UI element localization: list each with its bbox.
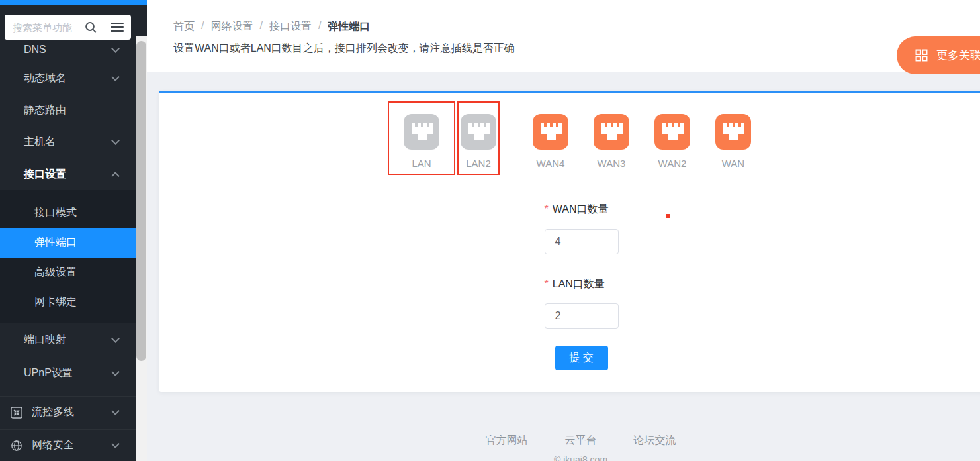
port-lan[interactable]: LAN bbox=[404, 114, 439, 170]
lan-count-label: * LAN口数量 bbox=[545, 278, 605, 291]
port-wan[interactable]: WAN bbox=[715, 101, 751, 170]
grid-icon bbox=[915, 49, 928, 62]
breadcrumb-home[interactable]: 首页 bbox=[173, 20, 195, 34]
wan-count-label: * WAN口数量 bbox=[545, 203, 609, 216]
submenu-item-nic-binding[interactable]: 网卡绑定 bbox=[0, 287, 136, 317]
sidebar-item-hostname[interactable]: 主机名 bbox=[0, 126, 136, 158]
ethernet-port-icon bbox=[654, 114, 690, 150]
chevron-down-icon bbox=[111, 136, 120, 145]
required-asterisk: * bbox=[545, 203, 549, 216]
port-wan4[interactable]: WAN4 bbox=[533, 101, 568, 170]
footer-link-official-site[interactable]: 官方网站 bbox=[486, 434, 528, 448]
footer-link-forum[interactable]: 论坛交流 bbox=[634, 434, 676, 448]
sidebar-item-port-mapping[interactable]: 端口映射 bbox=[0, 324, 136, 356]
submenu-item-interface-mode[interactable]: 接口模式 bbox=[0, 198, 136, 228]
footer-link-cloud-platform[interactable]: 云平台 bbox=[565, 434, 597, 448]
required-asterisk: * bbox=[545, 278, 549, 291]
more-related-label: 更多关联 bbox=[936, 48, 980, 63]
sidebar-item-static-route[interactable]: 静态路由 bbox=[0, 94, 136, 126]
wan-count-input[interactable] bbox=[545, 229, 619, 254]
interface-settings-submenu: 接口模式 弹性端口 高级设置 网卡绑定 bbox=[0, 190, 136, 323]
footer-links: 官方网站 云平台 论坛交流 bbox=[170, 434, 980, 448]
breadcrumb-interface-settings[interactable]: 接口设置 bbox=[269, 20, 312, 34]
submenu-item-advanced-settings[interactable]: 高级设置 bbox=[0, 258, 136, 287]
chevron-down-icon bbox=[111, 368, 120, 376]
chevron-down-icon bbox=[111, 334, 120, 343]
breadcrumb-current-page: 弹性端口 bbox=[328, 20, 370, 34]
sidebar-item-network-security[interactable]: 网络安全 bbox=[0, 429, 136, 461]
sidebar: DNS 动态域名 静态路由 主机名 接口设置 接口模式 弹性端口 高级设置 bbox=[0, 5, 147, 461]
port-count-form: * WAN口数量 * LAN口数量 提 交 bbox=[545, 175, 631, 370]
port-wan3[interactable]: WAN3 bbox=[594, 101, 629, 170]
search-icon bbox=[85, 21, 97, 34]
page-header: 首页 / 网络设置 / 接口设置 / 弹性端口 设置WAN口或者LAN口数目之后… bbox=[147, 0, 980, 72]
sidebar-item-dns[interactable]: DNS bbox=[0, 36, 136, 63]
ethernet-port-icon bbox=[404, 114, 439, 150]
port-highlight-box: LAN bbox=[388, 101, 455, 175]
sidebar-scrollbar-track bbox=[136, 36, 147, 461]
sidebar-top-accent-bar bbox=[0, 0, 147, 5]
chevron-down-icon bbox=[111, 407, 120, 415]
ethernet-port-icon bbox=[594, 114, 629, 150]
compress-icon bbox=[11, 407, 22, 419]
sidebar-item-upnp[interactable]: UPnP设置 bbox=[0, 357, 136, 389]
port-wan2[interactable]: WAN2 bbox=[654, 101, 690, 170]
breadcrumb-network-settings[interactable]: 网络设置 bbox=[210, 20, 253, 34]
flexible-ports-card: LAN LAN2 WAN4 WA bbox=[159, 91, 980, 392]
ports-row: LAN LAN2 WAN4 WA bbox=[159, 93, 980, 175]
ethernet-port-icon bbox=[533, 114, 568, 150]
chevron-down-icon bbox=[111, 73, 120, 81]
page-subtitle: 设置WAN口或者LAN口数目之后，接口排列会改变，请注意插线是否正确 bbox=[173, 42, 515, 56]
ethernet-port-icon bbox=[461, 114, 496, 150]
chevron-up-icon bbox=[111, 172, 120, 180]
sidebar-item-flow-control[interactable]: 流控多线 bbox=[0, 396, 136, 428]
chevron-down-icon bbox=[111, 44, 120, 53]
ethernet-port-icon bbox=[715, 114, 751, 150]
red-marker-dot bbox=[666, 214, 670, 218]
port-lan2[interactable]: LAN2 bbox=[461, 114, 496, 170]
chevron-down-icon bbox=[111, 440, 120, 448]
main-content: 首页 / 网络设置 / 接口设置 / 弹性端口 设置WAN口或者LAN口数目之后… bbox=[147, 0, 980, 461]
submenu-item-flexible-ports[interactable]: 弹性端口 bbox=[0, 228, 136, 258]
more-related-button[interactable]: 更多关联 bbox=[897, 36, 980, 74]
port-highlight-box: LAN2 bbox=[457, 101, 500, 175]
breadcrumb: 首页 / 网络设置 / 接口设置 / 弹性端口 bbox=[173, 20, 370, 34]
copyright-text: © ikuai8.com bbox=[170, 454, 980, 461]
globe-icon bbox=[11, 440, 22, 452]
sidebar-scrollbar-thumb[interactable] bbox=[136, 41, 146, 361]
sidebar-item-ddns[interactable]: 动态域名 bbox=[0, 62, 136, 94]
router-admin-screen: DNS 动态域名 静态路由 主机名 接口设置 接口模式 弹性端口 高级设置 bbox=[0, 0, 980, 461]
sidebar-item-interface-settings[interactable]: 接口设置 bbox=[0, 158, 136, 190]
submit-button[interactable]: 提 交 bbox=[555, 346, 608, 370]
lan-count-input[interactable] bbox=[545, 303, 619, 329]
